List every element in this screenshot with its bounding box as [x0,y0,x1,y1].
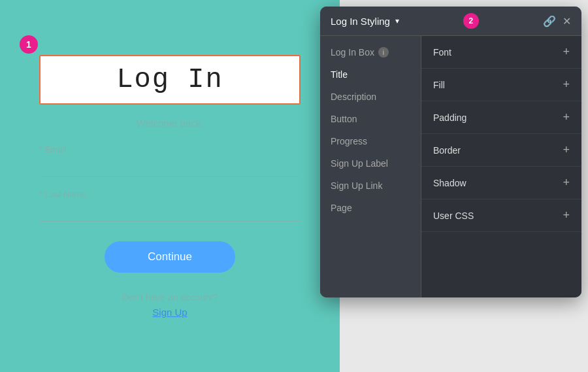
sidebar-label-signuplink: Sign Up Link [331,180,382,191]
property-border[interactable]: Border + [421,134,581,167]
badge-1: 1 [20,35,38,54]
continue-button[interactable]: Continue [105,241,235,273]
welcome-text: Welcome back. [39,118,301,129]
add-padding-icon[interactable]: + [563,110,570,124]
sidebar-item-signuplabel[interactable]: Sign Up Label [320,152,421,175]
sidebar-item-progress[interactable]: Progress [320,130,421,152]
add-usercss-icon[interactable]: + [563,209,570,222]
sidebar-item-loginbox[interactable]: Log In Box i [320,41,421,63]
badge-2: 2 [463,13,479,29]
sidebar-label-button: Button [331,114,357,124]
property-usercss-label: User CSS [433,211,474,221]
panel-body: Log In Box i Title Description Button Pr… [320,36,581,297]
panel-actions: 🔗 ✕ [543,15,571,27]
add-fill-icon[interactable]: + [563,78,570,92]
sidebar-item-button[interactable]: Button [320,108,421,130]
property-border-label: Border [433,145,461,156]
panel-header: Log In Styling ▾ 2 🔗 ✕ [320,7,581,36]
panel-sidebar: Log In Box i Title Description Button Pr… [320,36,421,297]
preview-area: 1 Log In Welcome back. * Email * Last Na… [0,0,340,372]
sidebar-label-page: Page [331,203,352,213]
sidebar-label-loginbox: Log In Box [331,47,374,58]
sidebar-item-description[interactable]: Description [320,86,421,108]
property-shadow[interactable]: Shadow + [421,167,581,199]
link-icon[interactable]: 🔗 [543,15,556,27]
close-icon[interactable]: ✕ [563,15,571,27]
property-padding[interactable]: Padding + [421,101,581,134]
email-label: * Email [39,144,301,154]
sidebar-label-title: Title [331,69,348,80]
sidebar-item-title[interactable]: Title [320,63,421,86]
title-box[interactable]: Log In [39,55,301,105]
property-shadow-label: Shadow [433,178,466,188]
property-font[interactable]: Font + [421,36,581,69]
property-fill[interactable]: Fill + [421,69,581,101]
lastname-label: * Last Name [39,190,301,199]
property-usercss[interactable]: User CSS + [421,199,581,232]
add-shadow-icon[interactable]: + [563,176,570,190]
property-padding-label: Padding [433,112,466,123]
panel-title: Log In Styling [331,16,390,27]
signup-link[interactable]: Sign Up [39,307,301,318]
email-input[interactable] [39,157,301,177]
signup-prompt: Don't have an account? [39,292,301,303]
info-badge-loginbox: i [378,47,389,58]
sidebar-item-signuplink[interactable]: Sign Up Link [320,175,421,197]
chevron-down-icon[interactable]: ▾ [395,16,399,25]
panel-content: Font + Fill + Padding + Border + Shadow … [421,36,581,297]
sidebar-label-description: Description [331,92,376,102]
lastname-input[interactable] [39,202,301,222]
sidebar-label-progress: Progress [331,136,367,146]
styling-panel: Log In Styling ▾ 2 🔗 ✕ Log In Box i Titl… [320,7,581,297]
login-card: 1 Log In Welcome back. * Email * Last Na… [26,42,314,331]
lastname-field-group: * Last Name [39,190,301,222]
email-field-group: * Email [39,144,301,177]
property-fill-label: Fill [433,80,445,90]
sidebar-label-signuplabel: Sign Up Label [331,158,388,169]
property-font-label: Font [433,47,451,58]
sidebar-item-page[interactable]: Page [320,197,421,219]
login-title: Log In [54,64,286,95]
add-font-icon[interactable]: + [563,45,570,59]
add-border-icon[interactable]: + [563,143,570,157]
panel-title-area: Log In Styling ▾ [331,16,399,27]
